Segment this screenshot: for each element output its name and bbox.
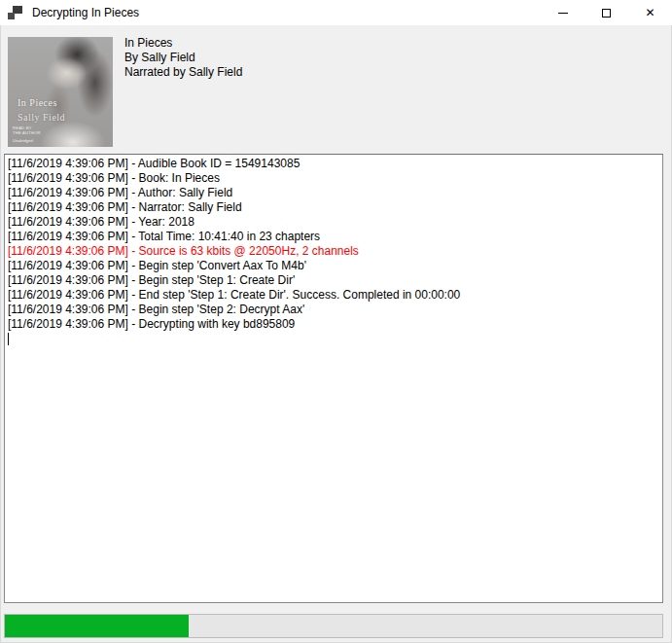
close-button[interactable]: ✕ xyxy=(628,0,672,25)
app-window: Decrypting In Pieces ✕ In Pieces Sally F… xyxy=(0,0,672,643)
window-controls: ✕ xyxy=(541,0,672,25)
cover-author: Sally Field xyxy=(18,112,65,123)
log-line: [11/6/2019 4:39:06 PM] - End step 'Step … xyxy=(8,288,659,303)
app-blocks-icon xyxy=(8,6,23,19)
log-line: [11/6/2019 4:39:06 PM] - Decrypting with… xyxy=(8,317,659,332)
log-line: [11/6/2019 4:39:06 PM] - Year: 2018 xyxy=(8,215,659,230)
log-line: [11/6/2019 4:39:06 PM] - Audible Book ID… xyxy=(8,157,659,171)
minimize-button[interactable] xyxy=(541,0,584,25)
window-title: Decrypting In Pieces xyxy=(32,6,139,19)
log-line: [11/6/2019 4:39:06 PM] - Total Time: 10:… xyxy=(8,230,659,244)
minimize-icon xyxy=(558,13,568,14)
book-author: By Sally Field xyxy=(124,51,242,65)
caret-line xyxy=(8,332,659,346)
book-title: In Pieces xyxy=(124,36,242,51)
text-caret xyxy=(8,333,9,345)
log-line: [11/6/2019 4:39:06 PM] - Begin step 'Ste… xyxy=(8,303,659,317)
cover-badge-unabridged: Unabridged xyxy=(13,138,33,143)
log-line: [11/6/2019 4:39:06 PM] - Narrator: Sally… xyxy=(8,200,659,215)
log-line: [11/6/2019 4:39:06 PM] - Begin step 'Con… xyxy=(8,259,659,273)
maximize-button[interactable] xyxy=(584,0,628,25)
titlebar: Decrypting In Pieces ✕ xyxy=(0,0,672,25)
log-line: [11/6/2019 4:39:06 PM] - Book: In Pieces xyxy=(8,171,659,186)
cover-title: In Pieces xyxy=(18,97,57,108)
book-narrator: Narrated by Sally Field xyxy=(124,65,242,80)
log-output[interactable]: [11/6/2019 4:39:06 PM] - Audible Book ID… xyxy=(4,154,663,603)
log-lines: [11/6/2019 4:39:06 PM] - Audible Book ID… xyxy=(8,157,659,332)
cover-badge-read-by: READ BY THE AUTHOR xyxy=(13,125,41,135)
close-icon: ✕ xyxy=(645,7,654,18)
log-line: [11/6/2019 4:39:06 PM] - Source is 63 kb… xyxy=(8,244,659,259)
progress-bar xyxy=(4,614,663,638)
app-icon-block-small xyxy=(8,13,15,19)
log-line: [11/6/2019 4:39:06 PM] - Author: Sally F… xyxy=(8,186,659,200)
book-cover-art: In Pieces Sally Field READ BY THE AUTHOR… xyxy=(8,37,113,147)
log-line: [11/6/2019 4:39:06 PM] - Begin step 'Ste… xyxy=(8,273,659,288)
maximize-icon xyxy=(602,9,611,18)
book-info: In Pieces By Sally Field Narrated by Sal… xyxy=(124,36,242,80)
progress-bar-fill xyxy=(5,615,189,637)
